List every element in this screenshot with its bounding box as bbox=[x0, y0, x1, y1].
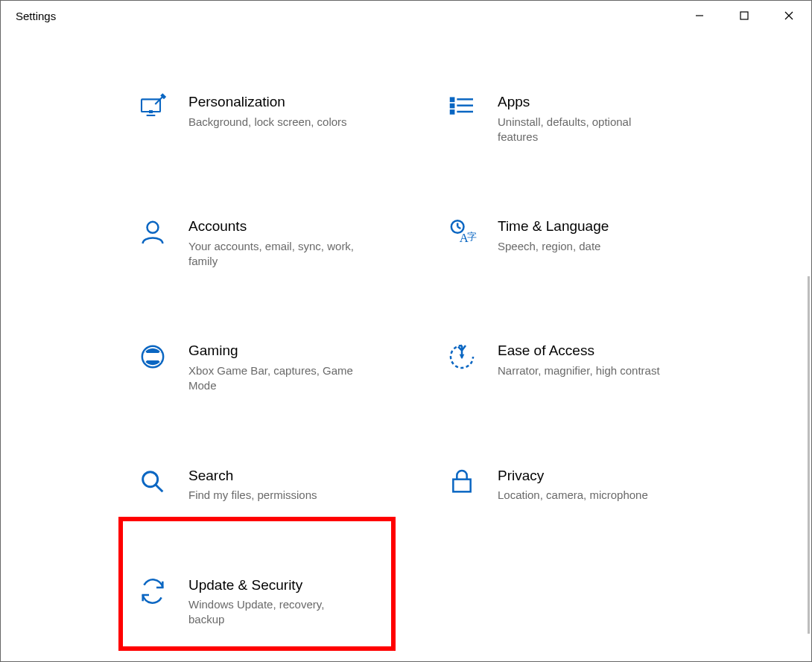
tile-title: Time & Language bbox=[498, 217, 609, 236]
titlebar: Settings bbox=[1, 1, 811, 31]
close-button[interactable] bbox=[767, 1, 811, 31]
ease-of-access-icon bbox=[447, 342, 477, 375]
tile-subtitle: Windows Update, recovery, backup bbox=[188, 597, 361, 628]
gaming-icon bbox=[138, 342, 168, 375]
accounts-icon bbox=[138, 217, 168, 250]
tile-subtitle: Your accounts, email, sync, work, family bbox=[188, 239, 361, 270]
svg-line-16 bbox=[457, 227, 460, 229]
tile-subtitle: Xbox Game Bar, captures, Game Mode bbox=[188, 363, 361, 394]
tile-title: Privacy bbox=[498, 467, 648, 486]
privacy-icon bbox=[447, 467, 477, 500]
tile-title: Ease of Access bbox=[498, 342, 660, 360]
tile-subtitle: Location, camera, microphone bbox=[498, 488, 648, 503]
svg-point-13 bbox=[148, 222, 159, 233]
svg-line-23 bbox=[156, 485, 162, 491]
time-language-icon: A 字 bbox=[447, 217, 477, 250]
tile-accounts[interactable]: Accounts Your accounts, email, sync, wor… bbox=[127, 214, 414, 272]
window-controls bbox=[677, 1, 811, 31]
tile-search[interactable]: Search Find my files, permissions bbox=[127, 464, 414, 506]
tile-subtitle: Uninstall, defaults, optional features bbox=[498, 115, 670, 145]
window-title: Settings bbox=[16, 10, 56, 22]
personalization-icon bbox=[138, 93, 168, 126]
svg-rect-8 bbox=[451, 104, 454, 107]
tile-subtitle: Narrator, magnifier, high contrast bbox=[498, 363, 660, 378]
svg-marker-21 bbox=[460, 354, 465, 360]
svg-rect-24 bbox=[453, 479, 470, 491]
maximize-button[interactable] bbox=[722, 1, 767, 31]
svg-point-22 bbox=[143, 471, 158, 486]
tile-update-security[interactable]: Update & Security Windows Update, recove… bbox=[127, 573, 414, 631]
tile-ease-of-access[interactable]: Ease of Access Narrator, magnifier, high… bbox=[437, 339, 723, 396]
tile-time-language[interactable]: A 字 Time & Language Speech, region, date bbox=[437, 214, 723, 272]
settings-categories: Personalization Background, lock screen,… bbox=[127, 90, 723, 631]
minimize-button[interactable] bbox=[677, 1, 722, 31]
tile-title: Personalization bbox=[188, 93, 347, 112]
tile-title: Search bbox=[188, 467, 317, 486]
tile-subtitle: Speech, region, date bbox=[498, 239, 609, 254]
tile-personalization[interactable]: Personalization Background, lock screen,… bbox=[127, 90, 414, 147]
scrollbar[interactable] bbox=[808, 276, 810, 634]
svg-rect-1 bbox=[740, 12, 748, 19]
tile-title: Gaming bbox=[188, 342, 361, 360]
tile-subtitle: Background, lock screen, colors bbox=[188, 115, 347, 130]
tile-privacy[interactable]: Privacy Location, camera, microphone bbox=[437, 464, 723, 506]
apps-icon bbox=[447, 93, 477, 126]
tile-gaming[interactable]: Gaming Xbox Game Bar, captures, Game Mod… bbox=[127, 339, 414, 396]
tile-title: Accounts bbox=[188, 217, 361, 236]
settings-window: Settings bbox=[0, 0, 812, 662]
tile-title: Apps bbox=[498, 93, 670, 112]
tile-subtitle: Find my files, permissions bbox=[188, 488, 317, 503]
tile-title: Update & Security bbox=[188, 576, 361, 595]
svg-rect-7 bbox=[451, 98, 454, 101]
update-security-icon bbox=[138, 576, 168, 609]
tile-apps[interactable]: Apps Uninstall, defaults, optional featu… bbox=[437, 90, 723, 147]
svg-rect-9 bbox=[451, 110, 454, 113]
svg-text:字: 字 bbox=[467, 231, 477, 242]
search-icon bbox=[138, 467, 168, 500]
